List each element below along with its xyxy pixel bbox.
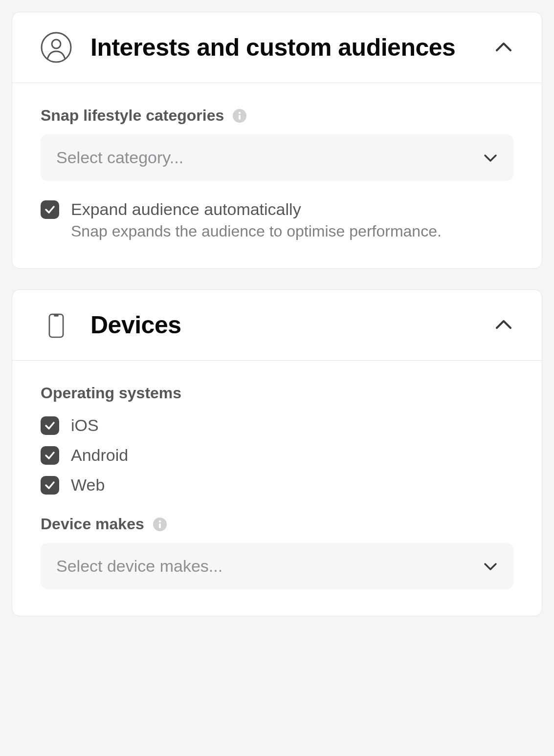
expand-audience-description: Snap expands the audience to optimise pe… (71, 221, 513, 242)
expand-audience-content: Expand audience automatically Snap expan… (71, 198, 513, 242)
svg-point-8 (159, 520, 161, 522)
devices-card: Devices Operating systems iOS Android (12, 289, 542, 616)
interests-body: Snap lifestyle categories Select categor… (12, 83, 542, 268)
os-ios-row[interactable]: iOS (41, 416, 513, 435)
devices-body: Operating systems iOS Android Web (12, 361, 542, 616)
svg-point-3 (239, 111, 241, 113)
chevron-down-icon (483, 151, 498, 165)
device-makes-label-row: Device makes (41, 515, 513, 533)
expand-audience-row[interactable]: Expand audience automatically Snap expan… (41, 198, 513, 242)
os-ios-label: iOS (71, 416, 99, 435)
lifestyle-category-select[interactable]: Select category... (41, 134, 513, 181)
svg-rect-4 (239, 115, 241, 120)
os-label: Operating systems (41, 384, 181, 402)
chevron-down-icon (483, 559, 498, 574)
svg-rect-6 (54, 315, 58, 317)
device-makes-label: Device makes (41, 515, 144, 533)
interests-title: Interests and custom audiences (90, 33, 475, 62)
lifestyle-label: Snap lifestyle categories (41, 107, 224, 125)
chevron-up-icon[interactable] (494, 315, 513, 335)
svg-point-0 (42, 33, 71, 62)
os-android-checkbox[interactable] (41, 446, 59, 465)
os-web-checkbox[interactable] (41, 476, 59, 495)
devices-header[interactable]: Devices (12, 290, 542, 361)
device-icon (41, 309, 72, 341)
os-android-row[interactable]: Android (41, 446, 513, 465)
info-icon[interactable] (233, 109, 246, 123)
svg-rect-9 (159, 523, 161, 528)
device-makes-select[interactable]: Select device makes... (41, 543, 513, 589)
device-makes-placeholder: Select device makes... (56, 557, 222, 576)
devices-title: Devices (90, 311, 475, 340)
interests-header[interactable]: Interests and custom audiences (12, 12, 542, 83)
lifestyle-label-row: Snap lifestyle categories (41, 107, 513, 125)
audience-icon (41, 32, 72, 63)
lifestyle-placeholder: Select category... (56, 148, 183, 167)
os-list: iOS Android Web (41, 416, 513, 495)
os-ios-checkbox[interactable] (41, 416, 59, 435)
interests-card: Interests and custom audiences Snap life… (12, 12, 542, 269)
os-label-row: Operating systems (41, 384, 513, 402)
info-icon[interactable] (153, 518, 167, 531)
expand-audience-checkbox[interactable] (41, 200, 59, 219)
os-android-label: Android (71, 446, 128, 465)
expand-audience-title: Expand audience automatically (71, 198, 513, 220)
svg-rect-5 (49, 315, 63, 338)
svg-point-1 (52, 40, 61, 48)
os-web-label: Web (71, 475, 105, 495)
os-web-row[interactable]: Web (41, 475, 513, 495)
chevron-up-icon[interactable] (494, 38, 513, 57)
